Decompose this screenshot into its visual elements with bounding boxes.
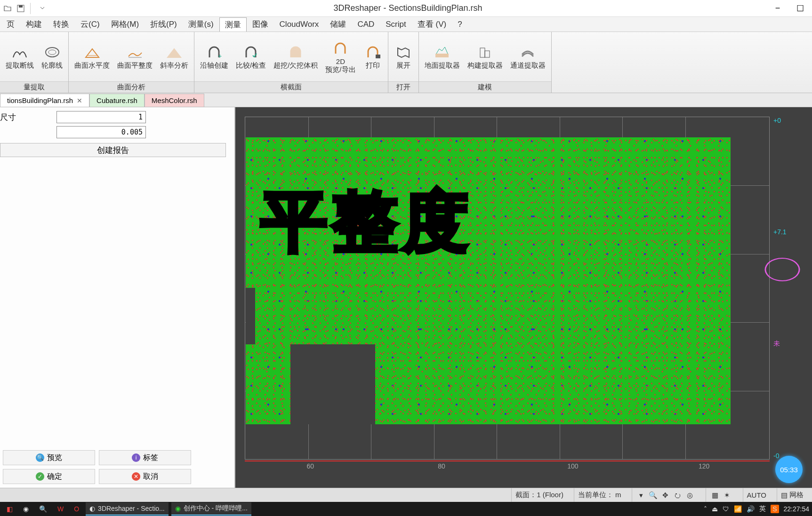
panel-bottom-buttons: 🔍预览 i标签 ✓确定 ✕取消 [0, 447, 231, 488]
wps-icon: W [57, 505, 64, 513]
tray-clock[interactable]: 22:27:54 [784, 505, 810, 513]
slope-analysis-label: 斜率分析 [160, 62, 188, 70]
preview-button[interactable]: 🔍预览 [3, 450, 95, 465]
doc-tab-sections[interactable]: tionsBuildingPlan.rsh✕ [0, 94, 89, 107]
ribbon-group-model: 地面提取器 构建提取器 通道提取器 建模 [419, 32, 552, 93]
status-grid[interactable]: ▤网格 [777, 488, 807, 502]
taskbar-browser[interactable]: ◉创作中心 - 哔哩哔哩... [171, 502, 251, 516]
pan-icon[interactable]: ✥ [660, 490, 671, 500]
menu-cad[interactable]: CAD [352, 18, 380, 31]
tray-ime[interactable]: 英 [759, 505, 766, 513]
minimize-button[interactable]: − [771, 1, 785, 16]
save-button[interactable] [15, 3, 26, 14]
taskbar-search[interactable]: 🔍 [35, 502, 51, 516]
dimension-input-2[interactable] [56, 126, 146, 138]
grid-toggle-icon[interactable]: ▦ [710, 490, 720, 500]
svg-text:+: + [218, 52, 222, 59]
menu-home[interactable]: 页 [1, 17, 20, 32]
axes-toggle-icon[interactable]: ✶ [722, 490, 732, 500]
ribbon-group-extract: 提取断线 轮廓线 量提取 [0, 32, 69, 93]
menu-polyline[interactable]: 折线(P) [145, 17, 183, 32]
menu-cloudworx[interactable]: CloudWorx [274, 18, 325, 31]
menu-view[interactable]: 查看 (V) [412, 17, 452, 32]
window-controls: − ☐ [766, 1, 812, 16]
floor-extractor-label: 地面提取器 [425, 62, 460, 70]
window-title: 3DReshaper - SectionsBuildingPlan.rsh [50, 3, 766, 13]
cancel-button[interactable]: ✕取消 [99, 469, 191, 484]
create-report-button[interactable]: 创建报告 [0, 143, 226, 157]
color-scale: +0 +7.1 未 -0 [772, 117, 810, 460]
scale-tick: +7.1 [772, 228, 810, 236]
arch-print-icon [364, 45, 381, 59]
menu-convert[interactable]: 转换 [48, 17, 75, 32]
tray-usb-icon[interactable]: ⏏ [712, 505, 718, 513]
overcut-undercut-button[interactable]: 超挖/欠挖体积 [272, 43, 320, 71]
tray-sogou-icon[interactable]: S [771, 505, 779, 513]
taskbar-browser-label: 创作中心 - 哔哩哔哩... [184, 504, 248, 513]
slope-analysis-button[interactable]: 斜率分析 [158, 43, 190, 71]
ribbon-group-open-label: 打开 [388, 81, 418, 93]
zoom-icon[interactable]: 🔍 [648, 490, 659, 500]
open-file-button[interactable] [2, 3, 13, 14]
save-icon [16, 4, 25, 13]
doc-tab-cubature[interactable]: Cubature.rsh [89, 94, 145, 107]
taskbar-chrome[interactable]: ◉ [19, 502, 32, 516]
alongaxis-create-button[interactable]: +沿轴创建 [198, 43, 230, 71]
menu-measure-s[interactable]: 测量(s) [183, 17, 219, 32]
viewport-3d[interactable]: 平整度 60 80 100 120 +0 +7.1 未 -0 05:33 [235, 107, 812, 488]
menu-help[interactable]: ? [452, 18, 467, 31]
menu-build[interactable]: 构建 [20, 17, 48, 32]
target-icon[interactable]: ◎ [685, 490, 695, 500]
ok-button[interactable]: ✓确定 [3, 469, 95, 484]
tray-shield-icon[interactable]: 🛡 [723, 505, 729, 513]
build-extractor-button[interactable]: 构建提取器 [466, 43, 505, 71]
tray-chevron-icon[interactable]: ˄ [704, 505, 707, 513]
dimension-label: 尺寸 [0, 112, 56, 123]
taskbar-app-generic-1[interactable]: ◧ [3, 502, 16, 516]
info-icon: i [132, 453, 140, 462]
menu-script[interactable]: Script [380, 18, 411, 31]
print-button[interactable]: 打印 [362, 43, 384, 71]
surface-flatness-button[interactable]: 曲面平整度 [115, 43, 154, 71]
menu-cloud[interactable]: 云(C) [75, 17, 105, 32]
channel-extractor-label: 通道提取器 [510, 62, 546, 70]
tray-wifi-icon[interactable]: 📶 [734, 505, 742, 513]
status-unit: 当前单位： m [574, 488, 625, 502]
extract-contour-button[interactable]: 轮廓线 [40, 43, 64, 71]
status-auto[interactable]: AUTO [743, 488, 770, 502]
floor-extractor-button[interactable]: 地面提取器 [423, 43, 462, 71]
menu-mesh[interactable]: 网格(M) [105, 17, 145, 32]
print-label: 打印 [366, 62, 380, 70]
channel-icon [519, 45, 536, 59]
menu-image[interactable]: 图像 [247, 17, 274, 32]
tags-button[interactable]: i标签 [99, 450, 191, 465]
close-icon[interactable]: ✕ [77, 97, 82, 104]
contour-icon [44, 45, 61, 59]
cancel-label: 取消 [143, 472, 158, 482]
status-section: 截面：1 (Floor) [511, 488, 567, 502]
menu-measure[interactable]: 测量 [219, 17, 247, 32]
expand-button[interactable]: 展开 [392, 43, 415, 71]
slope-icon [166, 45, 183, 59]
svg-rect-9 [485, 51, 490, 57]
maximize-button[interactable]: ☐ [793, 1, 807, 16]
taskbar-3dreshaper[interactable]: ◐3DReshaper - Sectio... [86, 502, 169, 516]
svg-rect-8 [480, 48, 485, 57]
reshaper-icon: ◐ [89, 505, 95, 512]
chevron-down-icon [40, 6, 45, 11]
channel-extractor-button[interactable]: 通道提取器 [508, 43, 547, 71]
orbit-icon[interactable]: ⭮ [673, 490, 683, 500]
dimension-input-1[interactable] [56, 111, 146, 123]
qat-dropdown[interactable] [37, 3, 48, 14]
taskbar-opera[interactable]: O [70, 502, 83, 516]
menu-tank[interactable]: 储罐 [324, 17, 352, 32]
nav-down-icon[interactable]: ▾ [636, 490, 646, 500]
compare-check-button[interactable]: 比较/检查 [234, 43, 268, 71]
surface-levelness-button[interactable]: 曲面水平度 [72, 43, 112, 71]
tray-volume-icon[interactable]: 🔊 [747, 505, 755, 513]
doc-tab-meshcolor[interactable]: MeshColor.rsh [145, 94, 204, 107]
taskbar-wps[interactable]: W [54, 502, 67, 516]
extract-section-button[interactable]: 提取断线 [4, 43, 36, 71]
overcut-undercut-label: 超挖/欠挖体积 [273, 62, 318, 70]
preview-export-2d-button[interactable]: 2D 预览/导出 [323, 39, 357, 74]
